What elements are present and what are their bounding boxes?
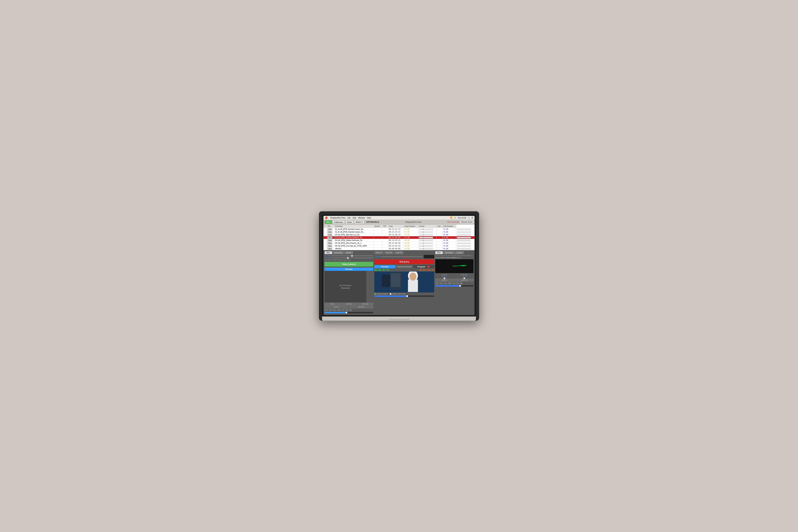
cell-take[interactable]: Take <box>327 239 335 242</box>
tab-main-right[interactable]: Main <box>435 251 443 254</box>
scrubber-left[interactable] <box>324 312 373 314</box>
timecode-row: 00:06:07:33 00:07:43:24 <box>374 269 434 271</box>
set-out-button[interactable]: Set Out <box>341 303 357 305</box>
close-button[interactable]: Close <box>345 221 354 224</box>
timecode-right: 00:07:43:24 <box>419 269 434 271</box>
menu-help[interactable]: Help <box>367 217 371 219</box>
scrubber-checkbox[interactable] <box>374 293 376 295</box>
col-loop: Loop <box>388 225 403 228</box>
speed-2x-left[interactable]: 2x <box>345 309 348 311</box>
table-row[interactable]: Take 03 LM_EP03_Kristien-Dieltiens_NL 00… <box>324 236 475 239</box>
speed-minus8-right[interactable]: -8x <box>435 282 439 284</box>
tab-geometry-left[interactable]: Geometry <box>332 251 344 254</box>
audio-checkbox[interactable] <box>390 293 391 295</box>
speed-2x-right[interactable]: 2x <box>456 282 459 284</box>
right-video <box>435 259 474 273</box>
center-slider[interactable] <box>381 256 422 257</box>
tab-levels-right[interactable]: Levels <box>455 251 464 254</box>
cell-num <box>324 242 327 245</box>
fade-out-group: Fade Out +0.00 <box>455 274 474 278</box>
menu-file[interactable]: File <box>347 217 350 219</box>
set-sync-button[interactable]: Set Sync <box>357 303 373 305</box>
table-row[interactable]: Take 05 LM_EP02_Elvis-Peeters_NL_1 00:15… <box>324 242 475 245</box>
menu-app-name[interactable]: PlaybackPro Plus <box>330 217 345 219</box>
table-row[interactable]: Take 04 LM_EP04_Stefan-Hertmans_NL 00:14… <box>324 239 475 242</box>
tab-geometry-right[interactable]: Geometry <box>443 251 455 254</box>
cell-loop: +0.00 <box>403 247 418 250</box>
goto-30-button[interactable]: Goto 30 <box>394 251 404 254</box>
take-button[interactable]: Take (return) <box>324 262 373 267</box>
goto-10-button[interactable]: Goto 10 <box>374 251 384 254</box>
network-setup-button[interactable]: Network Setup <box>460 221 474 223</box>
toolbar-right: Not Connected Network Setup <box>448 221 474 223</box>
table-row[interactable]: Take offworld 00:00:00:00 +0.00 +0.00 <box>324 247 475 250</box>
cell-take[interactable]: Take <box>327 233 335 236</box>
cell-take[interactable]: Take <box>327 242 335 245</box>
cell-take[interactable]: Take <box>327 247 335 250</box>
cell-take[interactable]: Take <box>327 236 335 239</box>
take-row-button[interactable]: Take <box>327 228 332 230</box>
menu-window[interactable]: Window <box>358 217 365 219</box>
cell-freeze <box>437 245 442 247</box>
speed-minus1-right[interactable]: -1x <box>443 282 447 284</box>
speed-reverse-left[interactable]: ◄► <box>337 309 341 311</box>
take-row-button[interactable]: Take <box>327 245 332 247</box>
col-trt: TRT <box>382 225 388 228</box>
connection-status: Not Connected <box>448 221 459 223</box>
save-button[interactable]: Save <box>324 221 332 224</box>
cell-trt: 00:00:00:00 <box>388 247 403 250</box>
table-row[interactable]: Take 01_A LM_EP06_Randal-Casaer_NL... 00… <box>324 228 475 231</box>
action-button[interactable]: Action ▾ <box>354 221 364 224</box>
right-panel: Main Geometry Levels Us: ► ST: ► De: ► O… <box>435 251 474 314</box>
take-row-button[interactable]: Take <box>327 234 332 236</box>
take-row-button[interactable]: Take <box>327 236 332 239</box>
take-row-button[interactable]: Take <box>327 242 332 244</box>
svg-rect-2 <box>391 273 400 287</box>
cell-num <box>324 228 327 231</box>
tab-levels-left[interactable]: Levels <box>344 251 353 254</box>
enable-row: Enable Scrubber Enable Audio Level <box>374 293 434 295</box>
take-row-button[interactable]: Take <box>327 248 332 250</box>
set-in-button[interactable]: Set In <box>324 303 340 305</box>
speed-minus1-left[interactable]: -1x <box>333 309 336 311</box>
scrubber-right[interactable] <box>435 285 474 287</box>
take-row-button[interactable]: Take <box>327 239 332 242</box>
speed-8x-left[interactable]: 8x <box>349 309 352 311</box>
cell-trt: 00:13:58:14 <box>388 233 403 236</box>
speed-minus2-left[interactable]: -2x <box>329 309 332 311</box>
cell-take[interactable]: Take <box>327 245 335 247</box>
speed-minus2-right[interactable]: -2x <box>439 282 443 284</box>
speed-minus8-left[interactable]: -8x <box>324 309 328 311</box>
table-row[interactable]: Take 06 LM_EP05_Lize-Spit_NL_OTNL_NEW 00… <box>324 245 475 247</box>
cell-take[interactable]: Take <box>327 231 335 233</box>
speed-1x-right[interactable]: 1x <box>453 282 456 284</box>
cell-trt: 00:15:09:28 <box>388 242 403 245</box>
cell-link: +0.00 <box>442 231 456 233</box>
take-row-button[interactable]: Take <box>327 231 332 233</box>
goto-in-button-left[interactable]: Goto In <box>324 305 348 308</box>
slider-1[interactable] <box>331 255 373 256</box>
apple-logo-icon[interactable]: 🍎 <box>325 216 328 219</box>
speed-8x-right[interactable]: 8x <box>460 282 463 284</box>
fullscreen-button[interactable]: Fullscreen <box>333 221 345 224</box>
cell-title: 02 LM_EP01_Bart-Van-Loo_NL <box>335 233 374 236</box>
cell-section <box>382 239 388 242</box>
program-scrubber[interactable] <box>374 296 434 297</box>
goto-out-button-left[interactable]: Goto Out <box>349 305 373 308</box>
slider-2[interactable] <box>331 258 373 258</box>
menu-edit[interactable]: Edit <box>353 217 356 219</box>
program-video <box>374 271 434 292</box>
cell-loop: +0.00 <box>403 233 418 236</box>
table-row[interactable]: Take 01_B LM_EP06_Randal-Casaer_NL... 00… <box>324 231 475 233</box>
table-row[interactable]: Take 02 LM_EP01_Bart-Van-Loo_NL 00:13:58… <box>324 233 475 236</box>
speed-1x-left[interactable]: 1x <box>342 309 345 311</box>
goto-20-button[interactable]: Goto 20 <box>384 251 394 254</box>
search-icon[interactable]: 🔍 <box>468 216 470 219</box>
speed-reverse-right[interactable]: ◄► <box>448 282 452 284</box>
kill-button[interactable]: Kill (esc) <box>374 260 434 264</box>
cell-section <box>382 233 388 236</box>
cell-take[interactable]: Take <box>327 228 335 231</box>
menu-icon[interactable]: ☰ <box>471 216 473 219</box>
tab-main-left[interactable]: Main <box>324 251 332 254</box>
cell-loop-duration <box>418 247 437 250</box>
